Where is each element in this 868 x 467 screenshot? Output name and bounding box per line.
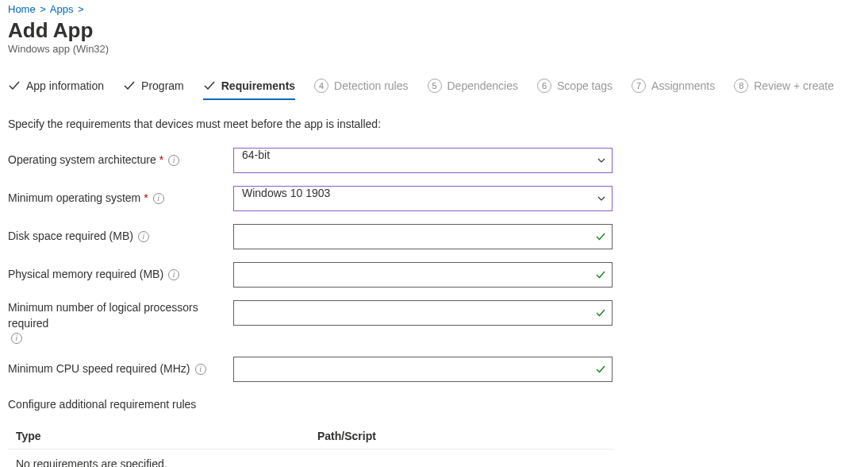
dropdown-os-architecture[interactable]: 64-bit [233,148,613,173]
label-text: Minimum number of logical processors req… [8,300,225,331]
wizard-tabs: App information Program Requirements 4 D… [8,79,860,102]
label-os-architecture: Operating system architecture * i [8,152,233,168]
input-cpu-speed[interactable] [233,357,613,382]
chevron-right-icon: > [40,3,46,15]
tab-label: Dependencies [447,79,519,92]
label-text: Operating system architecture [8,152,156,168]
label-physical-memory: Physical memory required (MB) i [8,267,233,283]
requirements-description: Specify the requirements that devices mu… [8,118,860,130]
required-indicator: * [144,191,148,206]
check-icon [203,79,216,92]
tab-label: Program [141,79,184,92]
requirements-table: Type Path/Script No requirements are spe… [8,423,614,467]
tab-requirements[interactable]: Requirements [203,79,295,100]
label-cpu-speed: Minimum CPU speed required (MHz) i [8,361,233,377]
label-logical-processors: Minimum number of logical processors req… [8,300,233,344]
check-icon [123,79,136,92]
label-text: Minimum CPU speed required (MHz) [8,361,190,377]
info-icon[interactable]: i [153,193,164,204]
step-number: 7 [632,79,646,93]
info-icon[interactable]: i [11,333,22,344]
info-icon[interactable]: i [168,269,179,280]
tab-review-create[interactable]: 8 Review + create [734,79,834,101]
step-number: 4 [314,79,328,93]
chevron-right-icon: > [78,3,84,15]
step-number: 8 [734,79,748,93]
tab-dependencies[interactable]: 5 Dependencies [428,79,519,101]
column-header-path: Path/Script [317,430,606,442]
tab-detection-rules[interactable]: 4 Detection rules [314,79,408,101]
tab-label: Requirements [221,79,295,92]
tab-label: Assignments [651,79,715,92]
info-icon[interactable]: i [195,364,206,375]
step-number: 6 [537,79,551,93]
table-empty-message: No requirements are specified. [8,450,614,467]
input-disk-space[interactable] [233,224,613,249]
page-title: Add App [8,18,860,43]
tab-app-information[interactable]: App information [8,79,104,100]
breadcrumb-home[interactable]: Home [8,3,36,15]
step-number: 5 [428,79,442,93]
label-text: Physical memory required (MB) [8,267,163,283]
breadcrumb: Home > Apps > [8,0,860,15]
info-icon[interactable]: i [168,155,179,166]
breadcrumb-apps[interactable]: Apps [50,3,74,15]
check-icon [8,79,21,92]
dropdown-min-os[interactable]: Windows 10 1903 [233,186,613,211]
page-subtitle: Windows app (Win32) [8,43,860,55]
label-text: Minimum operating system [8,191,140,206]
tab-program[interactable]: Program [123,79,184,100]
tab-label: Review + create [754,79,834,92]
label-min-os: Minimum operating system * i [8,191,233,206]
label-disk-space: Disk space required (MB) i [8,229,233,245]
info-icon[interactable]: i [138,231,149,242]
tab-label: App information [26,79,104,92]
tab-scope-tags[interactable]: 6 Scope tags [537,79,613,101]
tab-label: Scope tags [557,79,613,92]
input-physical-memory[interactable] [233,262,613,288]
column-header-type: Type [16,430,317,442]
tab-assignments[interactable]: 7 Assignments [632,79,715,101]
additional-rules-heading: Configure additional requirement rules [8,398,860,411]
label-text: Disk space required (MB) [8,229,133,245]
tab-label: Detection rules [334,79,408,92]
input-logical-processors[interactable] [233,300,613,326]
required-indicator: * [159,152,163,168]
